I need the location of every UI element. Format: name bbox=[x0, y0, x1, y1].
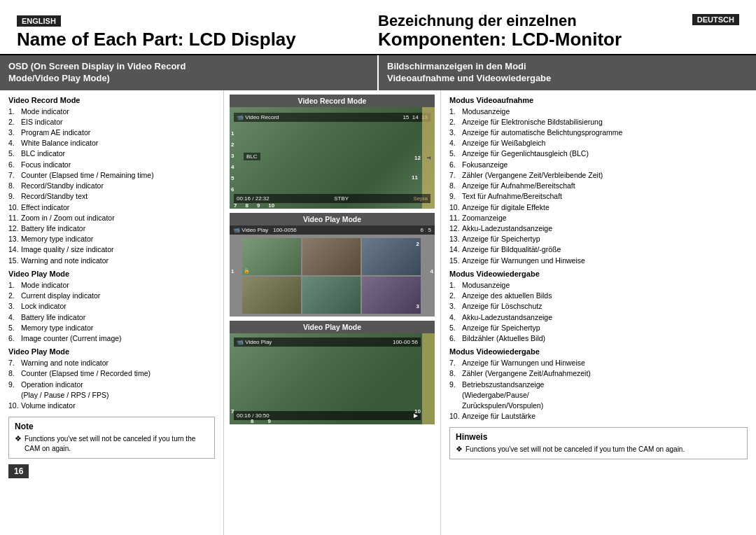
vr-list-de: 1.Modusanzeige2.Anzeige für Elektronisch… bbox=[449, 106, 748, 266]
list-item-num: 10. bbox=[449, 411, 462, 422]
list-item-num: 1. bbox=[449, 280, 462, 291]
list-item-num: 5. bbox=[449, 323, 462, 333]
list-item-text: Anzeige für Warnungen und Hinweise bbox=[462, 256, 748, 266]
list-item-text: Counter (Elapsed time / Recorded time) bbox=[21, 368, 215, 379]
list-item: 7.Zähler (Vergangene Zeit/Verbleibende Z… bbox=[449, 170, 748, 181]
list-item-num bbox=[449, 401, 462, 411]
list-item: Zurückspulen/Vorspulen) bbox=[449, 401, 748, 411]
list-item-num: 14. bbox=[8, 244, 21, 255]
list-item-num: 15. bbox=[449, 256, 462, 266]
hinweis-bullet: ❖ Functions you've set will not be cance… bbox=[456, 445, 741, 454]
vp1-top-nums: 6 5 bbox=[420, 227, 431, 233]
list-item-text: Anzeige für Weißabgleich bbox=[462, 138, 748, 148]
vr-mode-title-en: Video Record Mode bbox=[8, 96, 215, 104]
vr-top-icon: 📹 Video Record bbox=[237, 114, 279, 120]
vp2-timecode: 100-00 56 bbox=[393, 339, 418, 345]
list-item-text: Anzeige für Warnungen und Hinweise bbox=[462, 358, 748, 368]
list-item-text: Mode indicator bbox=[21, 106, 215, 117]
vp1-num-2: 2 bbox=[416, 241, 419, 247]
vp-list-de-2: 7.Anzeige für Warnungen und Hinweise8.Zä… bbox=[449, 358, 748, 422]
list-item-text: Counter (Elapsed time / Remaining time) bbox=[21, 170, 215, 181]
list-item-text: Zoomanzeige bbox=[462, 213, 748, 223]
list-item: 9.Text für Aufnahme/Bereitschaft bbox=[449, 191, 748, 202]
vp1-top-icon: 📹 Video Play 100-0056 bbox=[233, 227, 297, 233]
list-item-num: 12. bbox=[449, 223, 462, 234]
list-item-num: 1. bbox=[8, 280, 21, 291]
list-item: 8.Counter (Elapsed time / Recorded time) bbox=[8, 368, 215, 379]
list-item-text: Volume indicator bbox=[21, 401, 215, 411]
vr-mode-title-de: Modus Videoaufnahme bbox=[449, 96, 748, 104]
list-item-text: Focus indicator bbox=[21, 160, 215, 170]
list-item: 4.Akku-Ladezustandsanzeige bbox=[449, 312, 748, 323]
list-item: 15.Warning and note indicator bbox=[8, 256, 215, 266]
hinweis-text: Functions you've set will not be cancele… bbox=[465, 445, 685, 454]
list-item: (Play / Pause / RPS / FPS) bbox=[8, 390, 215, 401]
list-item: 6.Fokusanzeige bbox=[449, 160, 748, 170]
vr-diagram-box: 📹 Video Record 15 14 13 123456 T 12 bbox=[230, 107, 435, 209]
list-item-text: Mode indicator bbox=[21, 280, 215, 291]
vp-mode-title-de-1: Modus Videowiedergabe bbox=[449, 270, 748, 278]
list-item-text: Fokusanzeige bbox=[462, 160, 748, 170]
list-item: 4.Anzeige für Weißabgleich bbox=[449, 138, 748, 148]
list-item-num: 13. bbox=[8, 234, 21, 244]
vp2-top-bar: 📹 Video Play 100-00 56 bbox=[234, 338, 421, 347]
list-item-text: Anzeige für Speichertyp bbox=[462, 323, 748, 333]
list-item-num: 3. bbox=[8, 127, 21, 138]
list-item: 3.Anzeige für Löschschutz bbox=[449, 301, 748, 312]
list-item: (Wiedergabe/Pause/ bbox=[449, 390, 748, 401]
vp1-thumb-5 bbox=[302, 277, 361, 314]
list-item: 14.Anzeige für Bildqualität/-größe bbox=[449, 244, 748, 255]
list-item-text: Anzeige des aktuellen Bilds bbox=[462, 291, 748, 301]
list-item-num: 2. bbox=[449, 117, 462, 127]
list-item-text: (Play / Pause / RPS / FPS) bbox=[21, 390, 215, 401]
list-item: 5.Memory type indicator bbox=[8, 323, 215, 333]
vp2-diagram-section: Video Play Mode 📹 Video Play 100-00 56 0… bbox=[230, 321, 435, 424]
list-item: 13.Memory type indicator bbox=[8, 234, 215, 244]
vp-mode-title-de-2: Modus Videowiedergabe bbox=[449, 347, 748, 356]
left-col-en: Video Record Mode 1.Mode indicator2.EIS … bbox=[0, 90, 224, 535]
list-item-num: 6. bbox=[8, 160, 21, 170]
vp-list-en-1: 1.Mode indicator2.Current display indica… bbox=[8, 280, 215, 344]
vp2-num-10: 10 bbox=[414, 408, 421, 415]
list-item-num: 9. bbox=[8, 191, 21, 202]
list-item-num bbox=[8, 390, 21, 401]
hinweis-box: Hinweis ❖ Functions you've set will not … bbox=[449, 427, 748, 459]
list-item-text: Text für Aufnahme/Bereitschaft bbox=[462, 191, 748, 202]
note-text: Functions you've set will not be cancele… bbox=[24, 434, 209, 454]
vr-blc-label: BLC bbox=[244, 153, 260, 160]
list-item-num: 9. bbox=[449, 191, 462, 202]
list-item: 8.Zähler (Vergangene Zeit/Aufnahmezeit) bbox=[449, 368, 748, 379]
list-item: 6.Image counter (Current image) bbox=[8, 333, 215, 344]
list-item-text: Anzeige für Elektronische Bildstabilisie… bbox=[462, 117, 748, 127]
list-item-text: BLC indicator bbox=[21, 148, 215, 159]
list-item: 4.White Balance indicator bbox=[8, 138, 215, 148]
list-item-text: Bildzähler (Aktuelles Bild) bbox=[462, 333, 748, 344]
list-item: 2.Current display indicator bbox=[8, 291, 215, 301]
list-item-text: (Wiedergabe/Pause/ bbox=[462, 390, 748, 401]
hinweis-bullet-icon: ❖ bbox=[456, 445, 463, 454]
list-item-num: 10. bbox=[8, 401, 21, 411]
vp-list-de-1: 1.Modusanzeige2.Anzeige des aktuellen Bi… bbox=[449, 280, 748, 344]
list-item-num: 7. bbox=[8, 170, 21, 181]
list-item: 10.Volume indicator bbox=[8, 401, 215, 411]
vr-bottom-sepia: Sepia bbox=[414, 195, 428, 202]
vr-left-labels: 123456 bbox=[231, 128, 234, 195]
vp1-thumb-6 bbox=[362, 277, 421, 314]
list-item-text: Anzeige für Bildqualität/-größe bbox=[462, 244, 748, 255]
lang-badge-en: ENGLISH bbox=[17, 15, 61, 27]
vp1-grid: 🔒 bbox=[230, 225, 435, 317]
vp1-thumb-3 bbox=[362, 238, 421, 275]
note-box: Note ❖ Functions you've set will not be … bbox=[8, 417, 215, 459]
middle-col: Video Record Mode 📹 Video Record 15 14 1… bbox=[224, 90, 441, 535]
lang-badge-de: DEUTSCH bbox=[692, 14, 739, 25]
vp1-num-1: 1 bbox=[231, 268, 234, 274]
list-item-num: 3. bbox=[449, 301, 462, 312]
page-num-badge: 16 bbox=[8, 464, 29, 478]
vr-num-11: 11 bbox=[412, 174, 418, 181]
list-item-num: 7. bbox=[449, 358, 462, 368]
list-item: 5.Anzeige für Gegenlichtausgleich (BLC) bbox=[449, 148, 748, 159]
list-item-text: Betriebszustandsanzeige bbox=[462, 380, 748, 390]
list-item-num: 15. bbox=[8, 256, 21, 266]
vp1-num-3: 3 bbox=[416, 303, 419, 310]
list-item-text: Image quality / size indicator bbox=[21, 244, 215, 255]
